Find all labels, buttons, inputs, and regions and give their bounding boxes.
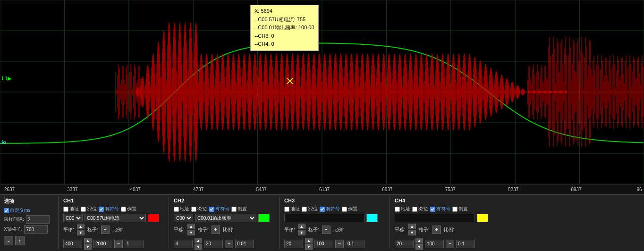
ch2-inv-checkbox[interactable] [231,207,237,212]
ch3-ping-up[interactable]: ▲ [298,224,305,229]
ch1-dev-select[interactable]: C00 [63,214,83,222]
ch3-inv-label[interactable]: 倒置 [342,206,357,212]
ch1-section: CH1 地址 32位 有符号 倒置 C00 C0 [60,197,169,249]
ch1-inv-checkbox[interactable] [121,207,126,212]
ch1-sig-select[interactable]: C00.57U相电流 [85,214,146,222]
ch1-ge-plus[interactable]: + [101,226,110,234]
options-label: 选项 [4,198,56,205]
ch1-ping-up[interactable]: ▲ [77,224,85,229]
ch3-bili-val[interactable] [346,240,364,248]
ch3-color-box[interactable] [366,214,378,222]
ch3-ge-up[interactable]: ▲ [305,238,313,243]
ch2-addr-checkbox[interactable] [174,207,179,212]
ch4-ping-val[interactable] [395,240,414,248]
ch2-signed-checkbox[interactable] [209,207,214,212]
ch3-signed-label[interactable]: 有符号 [320,206,340,212]
ch3-addr-checkbox[interactable] [284,207,289,212]
ch3-signed-checkbox[interactable] [320,207,325,212]
ch3-ge-val[interactable] [314,240,333,248]
ch4-b32-checkbox[interactable] [412,207,417,212]
ch4-ge-down[interactable]: ▼ [415,244,423,250]
ch1-addr-label[interactable]: 地址 [63,206,79,212]
ch4-signed-checkbox[interactable] [430,207,435,212]
ch1-color-box[interactable] [148,214,159,222]
x-axis-plus-button[interactable]: + [15,236,25,245]
x-tick-8: 8237 [508,187,518,192]
ch4-b32-label[interactable]: 32位 [412,206,428,212]
sample-input[interactable] [26,215,50,224]
ch2-color-box[interactable] [258,214,270,222]
ch4-bili-label: 比例: [444,226,455,233]
ch2-bili-val[interactable] [235,240,254,248]
ch1-ge-val[interactable] [93,240,112,248]
ch3-addr-label[interactable]: 地址 [284,206,300,212]
ch1-ping-down[interactable]: ▼ [77,230,85,235]
x-axis-minus-button[interactable]: - [4,236,13,245]
ch1-signed-label[interactable]: 有符号 [99,206,119,212]
custom-ms-text: 自定义ms [10,207,30,214]
ch4-sig-input[interactable] [395,214,475,222]
sample-label: 采样间隔: [4,216,24,223]
ch3-label: CH3 [284,198,387,203]
ch1-ge-minus[interactable]: − [114,240,123,248]
ch1-ge-up[interactable]: ▲ [84,238,92,243]
ch4-ge-minus[interactable]: − [446,240,454,248]
ch3-ge-plus[interactable]: + [322,226,330,234]
ch2-ping-down[interactable]: ▼ [187,230,195,235]
ch3-ge-down[interactable]: ▼ [305,244,313,250]
ch4-inv-label[interactable]: 倒置 [452,206,468,212]
ch4-ge-plus[interactable]: + [432,226,441,234]
ch1-b32-label[interactable]: 32位 [81,206,97,212]
ch4-ping-down[interactable]: ▼ [408,230,416,235]
ch2-ge-down[interactable]: ▼ [195,244,202,250]
x-tick-9: 8937 [571,187,581,192]
ch1-label: CH1 [63,198,166,203]
ch3-b32-checkbox[interactable] [302,207,307,212]
ch3-b32-label[interactable]: 32位 [302,206,318,212]
ch4-label: CH4 [395,198,498,203]
ch1-b32-checkbox[interactable] [81,207,86,212]
ch2-ping-val[interactable] [174,240,193,248]
ch1-signed-checkbox[interactable] [99,207,104,212]
ch4-color-box[interactable] [477,214,488,222]
ch2-ge-minus[interactable]: − [225,240,233,248]
ch1-addr-checkbox[interactable] [63,207,68,212]
ch3-ping-down[interactable]: ▼ [298,230,305,235]
ch2-ping-up[interactable]: ▲ [187,224,195,229]
ch4-signed-label[interactable]: 有符号 [430,206,450,212]
x-tick-10: 96 [636,187,642,192]
ch2-signed-label[interactable]: 有符号 [209,206,229,212]
ch1-ge-down[interactable]: ▼ [84,244,92,250]
ch2-section: CH2 地址 32位 有符号 倒置 C00 C0 [171,197,280,249]
ch3-ge-minus[interactable]: − [335,240,344,248]
ch2-sig-select[interactable]: C00.01输出频率 [195,214,256,222]
ch1-bili-val[interactable] [125,240,144,248]
ch4-ge-val[interactable] [425,240,444,248]
x-axis-input[interactable] [24,225,48,234]
ch3-inv-checkbox[interactable] [342,207,347,212]
ch2-inv-label[interactable]: 倒置 [231,206,247,212]
ch2-dev-select[interactable]: C00 [174,214,193,222]
ch4-addr-checkbox[interactable] [395,207,400,212]
ch1-ping-val[interactable] [63,240,82,248]
ch2-ge-plus[interactable]: + [212,226,220,234]
ch2-bili-label: 比例: [223,226,234,233]
ch4-section: CH4 地址 32位 有符号 倒置 平移: [392,197,500,249]
ch2-ge-label: 格子: [198,226,209,233]
ch4-addr-label[interactable]: 地址 [395,206,410,212]
ch3-ping-val[interactable] [284,240,303,248]
ch4-bili-val[interactable] [456,240,475,248]
custom-ms-checkbox-label[interactable]: 自定义ms [4,207,30,214]
ch2-ge-val[interactable] [204,240,223,248]
ch2-b32-label[interactable]: 32位 [191,206,207,212]
custom-ms-checkbox[interactable] [4,208,9,213]
ch2-ge-up[interactable]: ▲ [195,238,202,243]
ch4-ge-up[interactable]: ▲ [415,238,423,243]
ch4-inv-checkbox[interactable] [452,207,458,212]
ch2-addr-label[interactable]: 地址 [174,206,189,212]
ch4-ping-up[interactable]: ▲ [408,224,416,229]
ch1-inv-label[interactable]: 倒置 [121,206,136,212]
ch2-b32-checkbox[interactable] [191,207,196,212]
ch3-sig-input[interactable] [284,214,364,222]
x-tick-3: 4737 [193,187,203,192]
